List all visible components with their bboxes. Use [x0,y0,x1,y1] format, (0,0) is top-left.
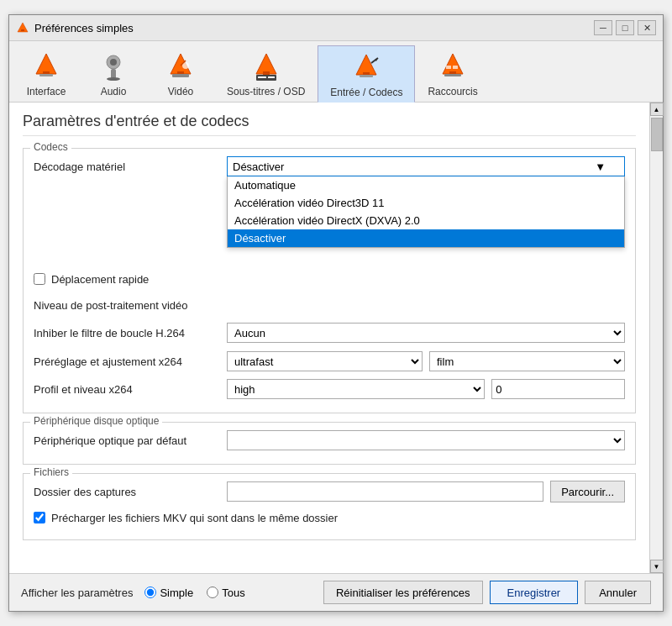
files-group: Fichiers Dossier des captures Parcourir.… [23,473,636,540]
x264-preset-row: Préréglage et ajustement x264 ultrafast … [34,350,625,372]
main-content: Paramètres d'entrée et de codecs Codecs … [9,103,649,573]
svg-marker-14 [256,54,276,74]
optical-label: Périphérique disque optique [30,415,162,427]
simple-label[interactable]: Simple [160,587,193,599]
hardware-decode-label: Décodage matériel [34,160,227,173]
svg-rect-15 [263,71,270,75]
capture-folder-control: Parcourir... [227,481,625,502]
scroll-down-button[interactable]: ▼ [650,560,664,573]
fast-seek-checkbox-row: Déplacement rapide [34,270,625,288]
optical-device-label: Périphérique optique par défaut [34,434,227,447]
tab-audio[interactable]: Audio [80,45,147,102]
audio-icon [97,50,130,84]
save-button[interactable]: Enregistrer [490,581,579,604]
x264-profile-control: baseline main high high10 [227,379,625,399]
all-label[interactable]: Tous [222,587,244,599]
shortcuts-icon [436,50,470,84]
view-mode-group: Simple Tous [144,587,323,599]
maximize-button[interactable]: □ [616,20,634,35]
tab-bar: Interface Audio Vidéo [9,41,663,103]
vlc-icon [16,21,29,34]
post-processing-label: Niveau de post-traitement vidéo [34,299,227,312]
tab-video-label: Vidéo [168,86,193,97]
svg-marker-24 [443,54,463,74]
video-icon [164,50,197,84]
svg-rect-21 [360,75,373,77]
main-window: Préférences simples ─ □ ✕ Interface [8,14,664,612]
svg-rect-11 [172,74,189,77]
preload-mkv-label[interactable]: Précharger les fichiers MKV qui sont dan… [51,512,338,524]
svg-rect-17 [258,76,266,78]
codecs-label: Codecs [30,141,71,153]
hardware-decode-trigger[interactable]: Désactiver ▼ [227,156,625,176]
bottom-bar: Afficher les paramètres Simple Tous Réin… [9,573,663,611]
dropdown-arrow-icon: ▼ [595,160,606,173]
files-label: Fichiers [30,466,72,478]
codecs-group: Codecs Décodage matériel Désactiver ▼ Au… [23,148,636,413]
reset-button[interactable]: Réinitialiser les préférences [323,581,483,604]
x264-preset-select[interactable]: ultrafast superfast veryfast faster fast… [227,351,423,371]
title-bar: Préférences simples ─ □ ✕ [9,15,663,41]
capture-folder-input[interactable] [227,481,543,502]
svg-rect-28 [453,66,458,69]
hardware-decode-dropdown: Automatique Accélération vidéo Direct3D … [227,176,625,248]
option-desactiver[interactable]: Désactiver [228,229,624,247]
option-direct3d[interactable]: Accélération vidéo Direct3D 11 [228,194,624,212]
hardware-decode-value: Désactiver [233,160,284,173]
svg-marker-19 [356,55,376,75]
tab-shortcuts[interactable]: Raccourcis [415,45,490,102]
input-icon [349,51,383,85]
cancel-button[interactable]: Annuler [585,581,651,604]
optical-group: Périphérique disque optique Périphérique… [23,422,636,465]
simple-radio-item: Simple [144,587,193,599]
scroll-up-button[interactable]: ▲ [650,103,664,116]
page-title: Paramètres d'entrée et de codecs [23,113,636,136]
optical-device-row: Périphérique optique par défaut [34,429,625,451]
tab-input-label: Entrée / Codecs [330,87,402,98]
h264-label: Inhiber le filtre de boucle H.264 [34,327,227,339]
h264-control: Aucun [227,323,625,343]
svg-rect-1 [21,29,24,31]
close-button[interactable]: ✕ [638,20,656,35]
svg-rect-4 [39,74,53,76]
capture-folder-row: Dossier des captures Parcourir... [34,481,625,502]
optical-device-control [227,430,625,450]
all-radio[interactable] [207,587,218,598]
svg-rect-26 [444,74,461,76]
scrollbar: ▲ ▼ [649,103,663,573]
preload-mkv-row: Précharger les fichiers MKV qui sont dan… [34,508,625,527]
fast-seek-checkbox[interactable] [34,273,45,285]
option-automatique[interactable]: Automatique [228,176,624,194]
subtitles-icon [249,50,283,84]
option-dxva[interactable]: Accélération vidéo DirectX (DXVA) 2.0 [228,212,624,229]
h264-select[interactable]: Aucun [227,323,625,343]
optical-device-select[interactable] [227,430,625,450]
x264-tune-select[interactable]: film animation grain [429,351,625,371]
show-params-label: Afficher les paramètres [21,587,133,599]
bottom-actions: Réinitialiser les préférences Enregistre… [323,581,651,604]
minimize-button[interactable]: ─ [594,20,612,35]
svg-point-8 [107,77,120,81]
content-area: Paramètres d'entrée et de codecs Codecs … [9,103,663,573]
hardware-decode-row: Décodage matériel Désactiver ▼ Automatiq… [34,155,625,177]
x264-profile-select[interactable]: baseline main high high10 [227,379,485,399]
all-radio-item: Tous [207,587,244,599]
tab-input[interactable]: Entrée / Codecs [318,45,415,103]
svg-marker-2 [36,54,56,74]
simple-radio[interactable] [144,587,156,598]
x264-level-input[interactable] [491,379,625,399]
tab-video[interactable]: Vidéo [147,45,214,102]
tab-shortcuts-label: Raccourcis [428,86,477,97]
tab-subtitles[interactable]: Sous-titres / OSD [214,45,318,102]
x264-profile-row: Profil et niveau x264 baseline main high… [34,378,625,400]
x264-preset-label: Préréglage et ajustement x264 [34,355,227,368]
x264-preset-control: ultrafast superfast veryfast faster fast… [227,351,625,371]
interface-icon [29,50,63,84]
browse-button[interactable]: Parcourir... [550,481,625,502]
tab-interface[interactable]: Interface [13,45,80,102]
h264-row: Inhiber le filtre de boucle H.264 Aucun [34,322,625,344]
scroll-thumb[interactable] [651,118,663,151]
preload-mkv-checkbox[interactable] [34,512,45,523]
fast-seek-label[interactable]: Déplacement rapide [51,273,149,286]
hardware-decode-control: Désactiver ▼ Automatique Accélération vi… [227,156,625,176]
